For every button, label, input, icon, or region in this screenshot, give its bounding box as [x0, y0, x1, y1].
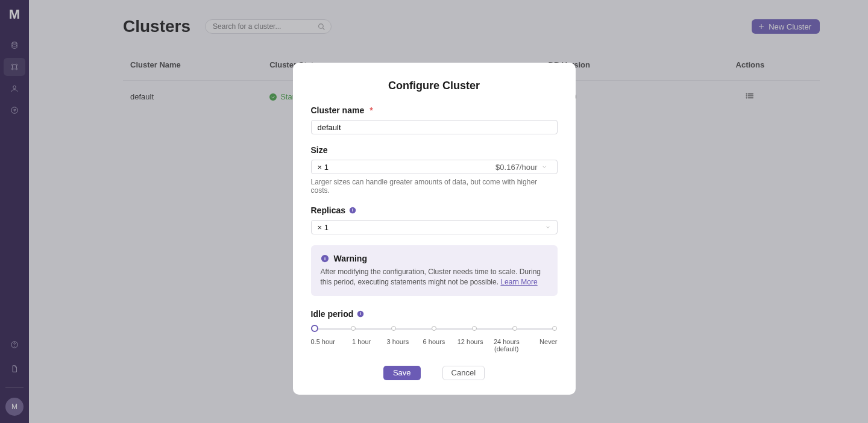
replicas-select[interactable]: × 1 — [311, 220, 558, 234]
svg-text:i: i — [324, 256, 325, 262]
chevron-down-icon — [545, 224, 551, 230]
chevron-down-icon — [541, 164, 547, 170]
slider-label: 12 hours — [456, 338, 485, 352]
slider-label: 1 hour — [347, 338, 376, 352]
modal-title: Configure Cluster — [311, 80, 558, 92]
modal-overlay[interactable]: Configure Cluster Cluster name* Size × 1… — [0, 0, 868, 423]
save-button[interactable]: Save — [383, 366, 421, 380]
slider-label: 6 hours — [420, 338, 448, 352]
size-price: $0.167/hour — [495, 163, 537, 172]
size-hint: Larger sizes can handle greater amounts … — [311, 178, 558, 195]
cluster-name-label: Cluster name* — [311, 105, 558, 115]
cluster-name-input[interactable] — [311, 120, 558, 134]
replicas-value: × 1 — [318, 223, 329, 232]
idle-period-label: Idle period i — [311, 309, 558, 319]
info-icon[interactable]: i — [357, 310, 364, 318]
warning-box: i Warning After modifying the configurat… — [311, 245, 558, 296]
slider-handle[interactable] — [311, 325, 318, 332]
slider-label: 3 hours — [383, 338, 412, 352]
size-value: × 1 — [318, 163, 329, 172]
size-label: Size — [311, 145, 558, 155]
svg-text:i: i — [360, 312, 361, 316]
warning-title: Warning — [334, 254, 367, 263]
svg-text:i: i — [352, 208, 353, 212]
slider-label: 0.5 hour — [311, 338, 340, 352]
idle-period-slider[interactable] — [311, 324, 558, 336]
slider-label: Never — [528, 338, 557, 352]
replicas-label: Replicas i — [311, 205, 558, 215]
slider-label: 24 hours (default) — [492, 338, 521, 352]
learn-more-link[interactable]: Learn More — [500, 278, 537, 286]
info-icon[interactable]: i — [349, 207, 356, 214]
size-select[interactable]: × 1 $0.167/hour — [311, 160, 558, 174]
cancel-button[interactable]: Cancel — [442, 366, 485, 380]
warning-info-icon: i — [321, 254, 329, 263]
configure-cluster-modal: Configure Cluster Cluster name* Size × 1… — [293, 63, 576, 395]
